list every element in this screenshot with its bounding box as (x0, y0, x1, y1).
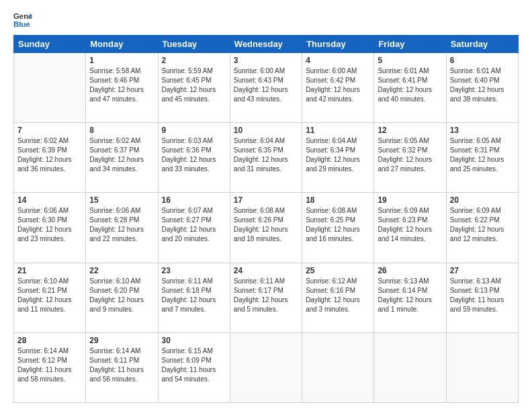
calendar-cell: 25Sunrise: 6:12 AM Sunset: 6:16 PM Dayli… (302, 263, 374, 332)
page: General Blue SundayMondayTuesdayWednesda… (0, 0, 532, 411)
day-info: Sunrise: 6:14 AM Sunset: 6:12 PM Dayligh… (17, 347, 82, 384)
day-info: Sunrise: 6:15 AM Sunset: 6:09 PM Dayligh… (162, 347, 226, 384)
day-info: Sunrise: 6:03 AM Sunset: 6:36 PM Dayligh… (162, 136, 226, 174)
calendar-cell: 6Sunrise: 6:01 AM Sunset: 6:40 PM Daylig… (446, 53, 518, 123)
calendar-cell (14, 53, 86, 123)
day-info: Sunrise: 6:06 AM Sunset: 6:30 PM Dayligh… (17, 206, 82, 244)
day-info: Sunrise: 6:04 AM Sunset: 6:35 PM Dayligh… (234, 136, 298, 174)
logo: General Blue (13, 11, 35, 30)
calendar-cell (374, 332, 446, 402)
day-info: Sunrise: 6:11 AM Sunset: 6:17 PM Dayligh… (234, 277, 298, 314)
day-info: Sunrise: 6:04 AM Sunset: 6:34 PM Dayligh… (306, 136, 370, 174)
calendar-table: SundayMondayTuesdayWednesdayThursdayFrid… (13, 35, 519, 403)
calendar-cell: 13Sunrise: 6:05 AM Sunset: 6:31 PM Dayli… (446, 123, 518, 193)
calendar-cell: 9Sunrise: 6:03 AM Sunset: 6:36 PM Daylig… (158, 123, 230, 193)
day-number: 15 (89, 195, 154, 205)
day-header-thursday: Thursday (302, 36, 374, 53)
calendar-cell: 21Sunrise: 6:10 AM Sunset: 6:21 PM Dayli… (14, 263, 86, 332)
calendar-cell: 29Sunrise: 6:14 AM Sunset: 6:11 PM Dayli… (86, 332, 158, 402)
day-number: 21 (17, 266, 82, 275)
calendar-cell: 15Sunrise: 6:06 AM Sunset: 6:28 PM Dayli… (86, 193, 158, 263)
svg-text:Blue: Blue (13, 20, 30, 28)
calendar-cell: 22Sunrise: 6:10 AM Sunset: 6:20 PM Dayli… (86, 263, 158, 332)
day-info: Sunrise: 6:00 AM Sunset: 6:42 PM Dayligh… (306, 66, 370, 104)
calendar-cell: 17Sunrise: 6:08 AM Sunset: 6:26 PM Dayli… (230, 193, 302, 263)
day-info: Sunrise: 6:05 AM Sunset: 6:31 PM Dayligh… (450, 136, 515, 174)
day-number: 16 (162, 195, 226, 205)
calendar-cell: 12Sunrise: 6:05 AM Sunset: 6:32 PM Dayli… (374, 123, 446, 193)
day-info: Sunrise: 5:58 AM Sunset: 6:46 PM Dayligh… (89, 66, 154, 104)
calendar-cell: 11Sunrise: 6:04 AM Sunset: 6:34 PM Dayli… (302, 123, 374, 193)
day-info: Sunrise: 6:09 AM Sunset: 6:23 PM Dayligh… (378, 206, 442, 244)
day-info: Sunrise: 6:00 AM Sunset: 6:43 PM Dayligh… (234, 66, 298, 104)
day-header-saturday: Saturday (446, 36, 518, 53)
calendar-cell: 20Sunrise: 6:09 AM Sunset: 6:22 PM Dayli… (446, 193, 518, 263)
day-header-friday: Friday (374, 36, 446, 53)
day-number: 5 (378, 56, 442, 65)
day-header-wednesday: Wednesday (230, 36, 302, 53)
day-info: Sunrise: 6:14 AM Sunset: 6:11 PM Dayligh… (89, 347, 154, 384)
calendar-cell: 18Sunrise: 6:08 AM Sunset: 6:25 PM Dayli… (302, 193, 374, 263)
calendar-cell: 19Sunrise: 6:09 AM Sunset: 6:23 PM Dayli… (374, 193, 446, 263)
day-info: Sunrise: 6:13 AM Sunset: 6:13 PM Dayligh… (450, 277, 515, 314)
calendar-cell: 1Sunrise: 5:58 AM Sunset: 6:46 PM Daylig… (86, 53, 158, 123)
day-number: 18 (306, 195, 370, 205)
calendar-cell: 23Sunrise: 6:11 AM Sunset: 6:18 PM Dayli… (158, 263, 230, 332)
calendar-cell: 14Sunrise: 6:06 AM Sunset: 6:30 PM Dayli… (14, 193, 86, 263)
week-row-3: 14Sunrise: 6:06 AM Sunset: 6:30 PM Dayli… (14, 193, 519, 263)
day-number: 27 (450, 266, 515, 275)
day-number: 7 (17, 126, 82, 135)
day-header-sunday: Sunday (14, 36, 86, 53)
day-number: 19 (378, 195, 442, 205)
header: General Blue (13, 11, 519, 30)
day-header-monday: Monday (86, 36, 158, 53)
day-number: 17 (234, 195, 298, 205)
day-number: 11 (306, 126, 370, 135)
calendar-cell: 28Sunrise: 6:14 AM Sunset: 6:12 PM Dayli… (14, 332, 86, 402)
day-info: Sunrise: 6:10 AM Sunset: 6:20 PM Dayligh… (89, 277, 154, 314)
calendar-cell: 16Sunrise: 6:07 AM Sunset: 6:27 PM Dayli… (158, 193, 230, 263)
day-info: Sunrise: 6:01 AM Sunset: 6:41 PM Dayligh… (378, 66, 442, 104)
day-number: 25 (306, 266, 370, 275)
day-number: 9 (162, 126, 226, 135)
calendar-cell (446, 332, 518, 402)
day-info: Sunrise: 5:59 AM Sunset: 6:45 PM Dayligh… (162, 66, 226, 104)
calendar-cell: 26Sunrise: 6:13 AM Sunset: 6:14 PM Dayli… (374, 263, 446, 332)
day-info: Sunrise: 6:02 AM Sunset: 6:39 PM Dayligh… (17, 136, 82, 174)
calendar-cell: 3Sunrise: 6:00 AM Sunset: 6:43 PM Daylig… (230, 53, 302, 123)
day-number: 22 (89, 266, 154, 275)
day-info: Sunrise: 6:09 AM Sunset: 6:22 PM Dayligh… (450, 206, 515, 244)
calendar-cell: 24Sunrise: 6:11 AM Sunset: 6:17 PM Dayli… (230, 263, 302, 332)
calendar-cell: 7Sunrise: 6:02 AM Sunset: 6:39 PM Daylig… (14, 123, 86, 193)
day-number: 12 (378, 126, 442, 135)
calendar-cell: 2Sunrise: 5:59 AM Sunset: 6:45 PM Daylig… (158, 53, 230, 123)
day-info: Sunrise: 6:01 AM Sunset: 6:40 PM Dayligh… (450, 66, 515, 104)
day-number: 10 (234, 126, 298, 135)
week-row-2: 7Sunrise: 6:02 AM Sunset: 6:39 PM Daylig… (14, 123, 519, 193)
day-number: 2 (162, 56, 226, 65)
day-number: 24 (234, 266, 298, 275)
day-info: Sunrise: 6:12 AM Sunset: 6:16 PM Dayligh… (306, 277, 370, 314)
day-info: Sunrise: 6:07 AM Sunset: 6:27 PM Dayligh… (162, 206, 226, 244)
week-row-5: 28Sunrise: 6:14 AM Sunset: 6:12 PM Dayli… (14, 332, 519, 402)
calendar-cell: 5Sunrise: 6:01 AM Sunset: 6:41 PM Daylig… (374, 53, 446, 123)
day-info: Sunrise: 6:02 AM Sunset: 6:37 PM Dayligh… (89, 136, 154, 174)
calendar-cell: 4Sunrise: 6:00 AM Sunset: 6:42 PM Daylig… (302, 53, 374, 123)
day-info: Sunrise: 6:13 AM Sunset: 6:14 PM Dayligh… (378, 277, 442, 314)
week-row-4: 21Sunrise: 6:10 AM Sunset: 6:21 PM Dayli… (14, 263, 519, 332)
day-number: 23 (162, 266, 226, 275)
day-info: Sunrise: 6:08 AM Sunset: 6:26 PM Dayligh… (234, 206, 298, 244)
day-number: 6 (450, 56, 515, 65)
day-number: 8 (89, 126, 154, 135)
day-info: Sunrise: 6:11 AM Sunset: 6:18 PM Dayligh… (162, 277, 226, 314)
calendar-cell: 27Sunrise: 6:13 AM Sunset: 6:13 PM Dayli… (446, 263, 518, 332)
calendar-cell (230, 332, 302, 402)
day-number: 20 (450, 195, 515, 205)
day-number: 13 (450, 126, 515, 135)
day-info: Sunrise: 6:05 AM Sunset: 6:32 PM Dayligh… (378, 136, 442, 174)
day-number: 4 (306, 56, 370, 65)
day-info: Sunrise: 6:10 AM Sunset: 6:21 PM Dayligh… (17, 277, 82, 314)
day-info: Sunrise: 6:06 AM Sunset: 6:28 PM Dayligh… (89, 206, 154, 244)
calendar-header-row: SundayMondayTuesdayWednesdayThursdayFrid… (14, 36, 519, 53)
calendar-cell: 10Sunrise: 6:04 AM Sunset: 6:35 PM Dayli… (230, 123, 302, 193)
